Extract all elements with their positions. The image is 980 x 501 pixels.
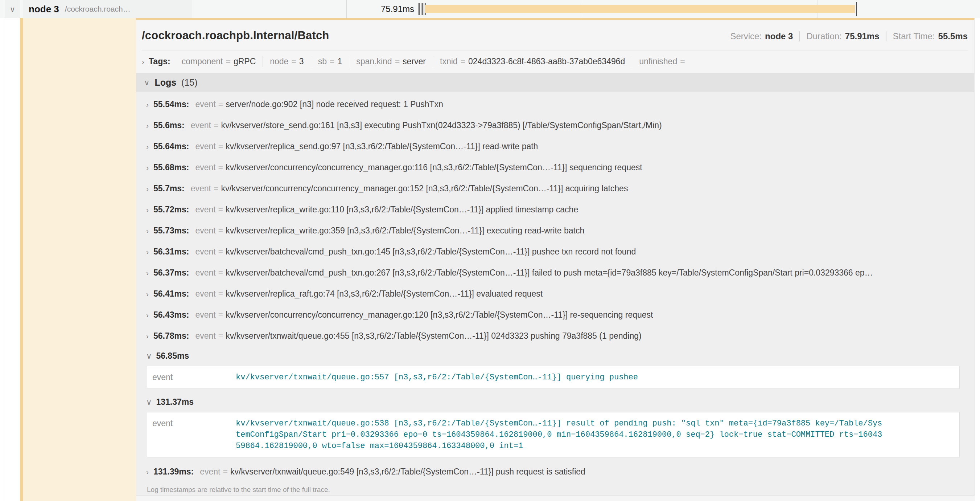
tags-row: › Tags: component = gRPC node = 3 sb = 1… — [136, 51, 974, 73]
log-row-expanded-header[interactable]: ∨ 56.85ms — [146, 346, 966, 365]
log-timestamp: 55.54ms: — [153, 99, 189, 109]
log-equals: = — [218, 205, 223, 215]
tag-value: 3 — [299, 57, 304, 67]
tag-value: 1 — [337, 57, 342, 67]
log-row[interactable]: › 55.64ms: event = kv/kvserver/replica_s… — [146, 136, 966, 157]
log-row[interactable]: › 55.6ms: event = kv/kvserver/store_send… — [146, 115, 966, 136]
chevron-right-icon: › — [146, 164, 149, 171]
span-duration-bar[interactable] — [425, 5, 855, 13]
log-timestamp: 55.68ms: — [153, 163, 189, 172]
log-timestamp: 55.73ms: — [153, 226, 189, 236]
chevron-right-icon: › — [142, 58, 144, 65]
span-meta-item: Duration: 75.91ms — [799, 31, 879, 41]
tags-toggle[interactable]: › Tags: — [142, 57, 170, 67]
page-title: /cockroach.roachpb.Internal/Batch — [142, 29, 329, 42]
log-field-key: event — [195, 142, 215, 152]
chevron-right-icon: › — [146, 185, 149, 192]
log-row[interactable]: › 131.39ms: event = kv/kvserver/txnwait/… — [146, 461, 966, 482]
log-field-key: event — [191, 184, 211, 193]
log-equals: = — [218, 142, 223, 152]
log-field-key: event — [195, 247, 215, 257]
log-field-key: event — [195, 289, 215, 299]
chevron-down-icon: ∨ — [146, 352, 152, 360]
log-equals: = — [218, 226, 223, 236]
log-equals: = — [218, 268, 223, 278]
tag-equals: = — [461, 57, 465, 67]
log-timestamp: 55.7ms: — [153, 184, 185, 193]
log-message: kv/kvserver/txnwait/queue.go:455 [n3,s3,… — [226, 331, 642, 341]
tag-item: component = gRPC — [175, 56, 263, 67]
span-meta: Service: node 3 Duration: 75.91ms Start … — [730, 31, 968, 41]
chevron-right-icon: › — [146, 206, 149, 214]
log-row-expanded-header[interactable]: ∨ 131.37ms — [146, 393, 966, 411]
tag-item: span.kind = server — [349, 56, 433, 67]
log-row[interactable]: › 55.73ms: event = kv/kvserver/replica_w… — [146, 220, 966, 241]
log-equals: = — [218, 247, 223, 257]
log-message: kv/kvserver/replica_raft.go:74 [n3,s3,r6… — [226, 289, 542, 299]
chevron-right-icon: › — [146, 311, 149, 319]
left-rail-divider — [5, 0, 5, 501]
span-row-header: ∨ node 3 /cockroach.roach… 75.91ms — [0, 0, 980, 18]
log-row[interactable]: › 56.37ms: event = kv/kvserver/batcheval… — [146, 262, 966, 283]
log-message: kv/kvserver/concurrency/concurrency_mana… — [221, 184, 628, 193]
log-field-key: event — [195, 226, 215, 236]
chevron-right-icon: › — [146, 269, 149, 277]
log-equals: = — [218, 331, 223, 341]
span-service-name: node 3 — [29, 4, 59, 15]
tag-equals: = — [680, 57, 685, 67]
log-row[interactable]: › 55.68ms: event = kv/kvserver/concurren… — [146, 157, 966, 178]
field-value: kv/kvserver/txnwait/queue.go:557 [n3,s3,… — [236, 372, 885, 383]
log-equals: = — [214, 121, 218, 130]
tag-item: txnid = 024d3323-6c8f-4863-aa8b-37ab0e63… — [433, 56, 632, 67]
log-message: kv/kvserver/batcheval/cmd_push_txn.go:14… — [226, 247, 636, 257]
log-timestamp: 131.37ms — [156, 397, 194, 407]
span-name-tab[interactable]: node 3 /cockroach.roach… — [23, 0, 192, 18]
meta-label: Start Time: — [893, 31, 935, 41]
chevron-right-icon: › — [146, 290, 149, 298]
log-timestamp: 55.72ms: — [153, 205, 189, 215]
field-value: kv/kvserver/txnwait/queue.go:538 [n3,s3,… — [236, 418, 885, 452]
log-row[interactable]: › 56.78ms: event = kv/kvserver/txnwait/q… — [146, 325, 966, 346]
log-field-key: event — [195, 163, 215, 172]
log-equals: = — [218, 310, 223, 320]
log-row[interactable]: › 56.31ms: event = kv/kvserver/batcheval… — [146, 241, 966, 262]
log-equals: = — [218, 99, 223, 109]
tag-value: server — [402, 57, 426, 67]
log-message: kv/kvserver/concurrency/concurrency_mana… — [226, 163, 642, 172]
chevron-down-icon: ∨ — [10, 5, 15, 13]
chevron-right-icon: › — [146, 121, 149, 129]
log-equals: = — [218, 163, 223, 172]
span-meta-item: Start Time: 55.5ms — [886, 31, 968, 41]
tag-key: component — [182, 57, 223, 67]
log-message: kv/kvserver/concurrency/concurrency_mana… — [226, 310, 653, 320]
log-row[interactable]: › 55.54ms: event = server/node.go:902 [n… — [146, 94, 966, 115]
log-row[interactable]: › 56.41ms: event = kv/kvserver/replica_r… — [146, 283, 966, 304]
logs-section-toggle[interactable]: ∨ Logs (15) — [136, 73, 974, 92]
log-field-key: event — [195, 268, 215, 278]
chevron-down-icon: ∨ — [146, 398, 152, 406]
tag-key: sb — [318, 57, 327, 67]
log-marker-ticks — [418, 3, 426, 15]
log-timestamp: 131.39ms: — [153, 467, 194, 477]
tag-equals: = — [395, 57, 400, 67]
log-timestamp: 56.37ms: — [153, 268, 189, 278]
tag-key: node — [270, 57, 288, 67]
span-row-highlight — [23, 18, 136, 501]
log-expanded-group: ∨ 131.37ms event kv/kvserver/txnwait/que… — [146, 393, 966, 458]
log-row[interactable]: › 55.7ms: event = kv/kvserver/concurrenc… — [146, 178, 966, 199]
log-timestamp: 56.31ms: — [153, 247, 189, 257]
log-message: server/node.go:902 [n3] node received re… — [226, 99, 443, 109]
collapse-children-button[interactable]: ∨ — [5, 0, 20, 18]
span-detail-header: /cockroach.roachpb.Internal/Batch Servic… — [136, 20, 974, 51]
log-field-key: event — [191, 121, 211, 130]
log-field-key: event — [195, 205, 215, 215]
log-timestamp: 55.64ms: — [153, 142, 189, 152]
logs-footer-note: Log timestamps are relative to the start… — [146, 482, 966, 496]
tag-item: sb = 1 — [311, 56, 349, 67]
log-row[interactable]: › 55.72ms: event = kv/kvserver/replica_w… — [146, 199, 966, 220]
log-equals: = — [214, 184, 218, 193]
log-equals: = — [223, 467, 228, 477]
log-row[interactable]: › 56.43ms: event = kv/kvserver/concurren… — [146, 304, 966, 325]
log-timestamp: 56.85ms — [156, 351, 189, 361]
chevron-right-icon: › — [146, 227, 149, 235]
